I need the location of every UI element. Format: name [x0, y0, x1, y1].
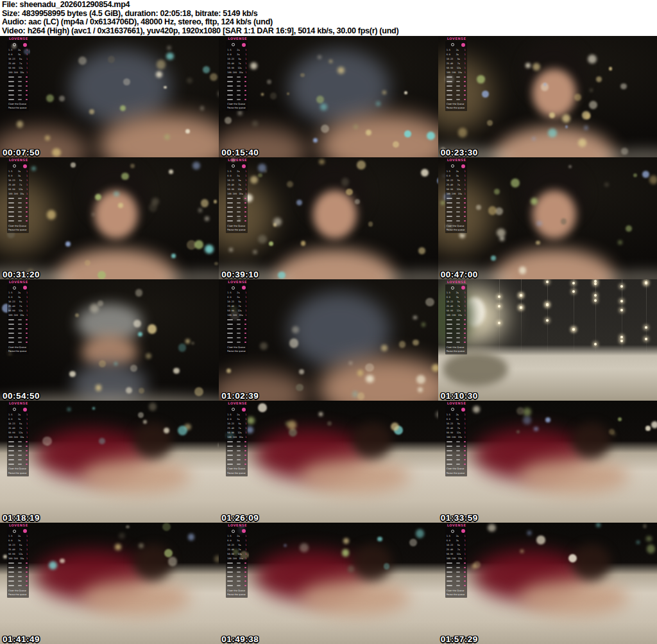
lovense-brand-label: LOVENSE	[9, 401, 31, 405]
lovense-brand-label: LOVENSE	[9, 280, 31, 284]
video-contact-sheet: File: sheenadu_202601290854.mp4 Size: 48…	[0, 0, 657, 644]
tip-queue-count: 1	[26, 436, 28, 439]
pause-queue-label: Pause the queue	[8, 107, 28, 109]
tip-duration: 3s	[237, 418, 239, 421]
tip-duration: 2s	[237, 170, 239, 173]
timestamp-label: 00:23:30	[441, 148, 478, 157]
tip-duration: 12s	[237, 188, 241, 191]
timer-icon	[232, 164, 235, 168]
tip-level: 6-9	[227, 539, 231, 542]
tip-queue-count: 1	[245, 193, 246, 195]
tip-queue-count: 1	[465, 62, 466, 65]
tip-duration: 15s	[458, 71, 462, 74]
tip-level: 6-9	[447, 53, 450, 56]
tip-level: 100-199	[227, 193, 237, 195]
video-thumbnail: LOVENSE 1-52s16-93s110-235s125-497s150-9…	[438, 401, 657, 522]
tip-queue-count: 1	[26, 71, 28, 74]
tip-queue-count: 1	[465, 309, 466, 312]
tip-duration: 5s	[238, 422, 241, 425]
thumbnail-image	[0, 523, 219, 644]
tip-duration: 3s	[237, 296, 239, 299]
tip-queue-count: 1	[465, 179, 466, 182]
tip-queue-count: 1	[465, 557, 466, 560]
clear-queue-label: Clear the Queue	[227, 225, 246, 227]
tip-level: 1-5	[227, 49, 231, 51]
thumbnail-image	[0, 157, 219, 279]
tip-queue-count: 1	[26, 553, 28, 555]
lovense-brand-label: LOVENSE	[447, 401, 470, 405]
tip-duration: 3s	[18, 175, 21, 177]
tip-duration: 2s	[456, 413, 459, 416]
tip-queue-count: 1	[245, 184, 246, 186]
pause-queue-label: Pause the queue	[227, 593, 246, 596]
pause-queue-label: Pause the queue	[227, 350, 246, 352]
tip-duration: 3s	[456, 296, 459, 299]
tip-duration: 5s	[19, 58, 22, 60]
thumbnail-grid: LOVENSE 1-52s16-93s110-235s125-497s150-9…	[0, 36, 657, 644]
tip-menu-overlay: LOVENSE 1-52s16-93s110-235s125-497s150-9…	[445, 36, 470, 111]
tip-level: 1-5	[8, 49, 12, 51]
tip-queue-count: 1	[26, 292, 28, 294]
tip-menu-overlay: LOVENSE 1-52s16-93s110-235s125-497s150-9…	[226, 157, 250, 232]
tip-queue-count: 1	[26, 62, 28, 65]
tip-queue-count: 1	[245, 413, 246, 416]
tip-level: 100-199	[227, 314, 237, 317]
tip-queue-count: 1	[245, 436, 246, 439]
tip-level: 100-199	[8, 71, 18, 74]
tip-queue-count: 1	[465, 548, 466, 551]
tip-duration: 12s	[237, 67, 241, 69]
tip-queue-count: 1	[465, 188, 466, 191]
tip-queue-count: 1	[245, 49, 246, 51]
tip-queue-count: 1	[465, 413, 466, 416]
tip-menu-panel: 1-52s16-93s110-235s125-497s150-9912s1100…	[445, 528, 467, 598]
tip-level: 6-9	[8, 175, 12, 177]
tip-queue-count: 1	[465, 170, 466, 173]
pause-queue-label: Pause the queue	[447, 593, 466, 596]
tip-level: 50-99	[8, 67, 15, 69]
tip-duration: 7s	[19, 305, 22, 308]
tip-level: 25-49	[8, 184, 15, 186]
clear-queue-label: Clear the Queue	[227, 346, 246, 349]
tip-level: 1-5	[227, 413, 231, 416]
pause-queue-label: Pause the queue	[227, 107, 246, 109]
tip-level: 25-49	[8, 62, 15, 65]
tip-queue-count: 1	[26, 309, 28, 312]
thumbnail-image	[0, 279, 219, 401]
video-info-line: Video: h264 (High) (avc1 / 0x31637661), …	[2, 27, 657, 36]
timestamp-label: 01:49:38	[221, 634, 259, 644]
video-thumbnail: LOVENSE 1-52s16-93s110-235s125-497s150-9…	[0, 36, 219, 157]
toy-status-icon	[23, 164, 27, 168]
tip-menu-panel: 1-52s16-93s110-235s125-497s150-9912s1100…	[7, 528, 29, 598]
clear-queue-label: Clear the Queue	[8, 589, 28, 592]
tip-level: 100-199	[447, 71, 456, 74]
tip-level: 50-99	[8, 188, 15, 191]
tip-level: 6-9	[8, 53, 12, 56]
tip-level: 10-23	[447, 300, 454, 303]
tip-level: 100-199	[8, 193, 18, 195]
tip-level: 6-9	[447, 418, 450, 421]
timer-icon	[232, 530, 235, 533]
tip-duration: 3s	[18, 296, 21, 299]
tip-queue-count: 1	[465, 53, 466, 56]
tip-level: 6-9	[227, 175, 231, 177]
tip-queue-count: 1	[26, 557, 28, 560]
tip-queue-count: 1	[465, 535, 466, 537]
tip-duration: 7s	[19, 184, 22, 186]
tip-duration: 2s	[237, 292, 239, 294]
tip-queue-count: 1	[465, 296, 466, 299]
tip-duration: 12s	[457, 431, 461, 434]
thumbnail-image	[438, 36, 657, 157]
tip-menu-panel: 1-52s16-93s110-235s125-497s150-9912s1100…	[7, 406, 29, 476]
toy-status-icon	[23, 529, 27, 533]
tip-queue-count: 1	[245, 296, 246, 299]
timestamp-label: 00:47:00	[441, 270, 478, 279]
tip-duration: 3s	[18, 53, 21, 56]
audio-info-line: Audio: aac (LC) (mp4a / 0x6134706D), 480…	[2, 18, 657, 27]
tip-menu-overlay: LOVENSE 1-52s16-93s110-235s125-497s150-9…	[226, 401, 250, 476]
tip-duration: 12s	[237, 309, 241, 312]
tip-level: 10-23	[8, 179, 15, 182]
tip-duration: 7s	[457, 305, 460, 308]
timestamp-label: 00:07:50	[3, 148, 40, 157]
video-thumbnail: LOVENSE 1-52s16-93s110-235s125-497s150-9…	[438, 157, 657, 279]
tip-duration: 7s	[457, 548, 460, 551]
